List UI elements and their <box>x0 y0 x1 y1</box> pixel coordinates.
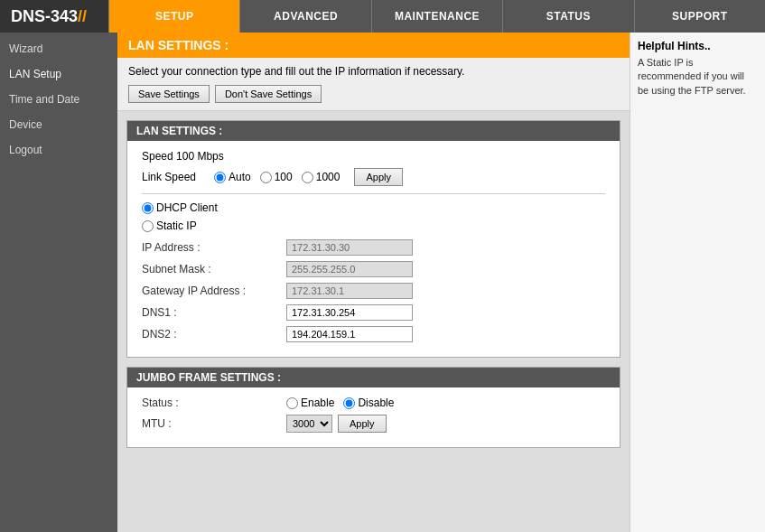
helpful-hints-text: A Static IP is recommended if you will b… <box>638 56 758 98</box>
sidebar-item-wizard[interactable]: Wizard <box>0 36 117 61</box>
link-speed-auto-label: Auto <box>229 171 251 183</box>
dns1-field[interactable] <box>286 304 413 321</box>
link-speed-100-label: 100 <box>275 171 293 183</box>
ip-address-field[interactable] <box>286 239 413 256</box>
enable-radio[interactable] <box>286 397 298 409</box>
logo-text: DNS-343 <box>11 7 78 26</box>
dhcp-client-option[interactable]: DHCP Client <box>142 201 218 214</box>
dont-save-settings-button[interactable]: Don't Save Settings <box>215 85 322 103</box>
sidebar-item-lan-setup[interactable]: LAN Setup <box>0 61 117 87</box>
subnet-mask-field[interactable] <box>286 261 413 277</box>
link-speed-label: Link Speed <box>142 171 214 183</box>
divider <box>142 193 605 194</box>
static-ip-option[interactable]: Static IP <box>142 219 197 232</box>
mtu-select[interactable]: 3000 4000 7000 9000 <box>286 415 332 433</box>
enable-label: Enable <box>301 397 334 409</box>
intro-section: Select your connection type and fill out… <box>117 58 630 111</box>
save-settings-button[interactable]: Save Settings <box>128 85 210 103</box>
link-speed-100-radio[interactable] <box>260 172 272 183</box>
link-speed-1000-option[interactable]: 1000 <box>302 171 341 183</box>
tab-status[interactable]: STATUS <box>502 0 633 33</box>
sidebar-item-device[interactable]: Device <box>0 112 117 137</box>
helpful-hints-title: Helpful Hints.. <box>638 40 758 52</box>
disable-radio[interactable] <box>343 397 355 409</box>
disable-label: Disable <box>358 397 394 409</box>
tab-advanced[interactable]: ADVANCED <box>239 0 370 33</box>
link-speed-1000-label: 1000 <box>316 171 341 183</box>
static-ip-label: Static IP <box>156 219 197 232</box>
tab-setup[interactable]: SETUP <box>108 0 239 33</box>
sidebar-item-time-date[interactable]: Time and Date <box>0 87 117 112</box>
dns2-label: DNS2 : <box>142 328 286 341</box>
status-label: Status : <box>142 397 286 409</box>
dhcp-client-radio[interactable] <box>142 202 154 214</box>
jumbo-apply-button[interactable]: Apply <box>338 415 387 433</box>
gateway-label: Gateway IP Address : <box>142 285 286 297</box>
disable-option[interactable]: Disable <box>343 397 394 409</box>
main-content: LAN SETTINGS : Select your connection ty… <box>117 33 630 532</box>
link-speed-auto-radio[interactable] <box>214 172 226 183</box>
dns2-field[interactable] <box>286 326 413 342</box>
logo-slash: // <box>78 7 87 26</box>
sidebar-item-logout[interactable]: Logout <box>0 137 117 163</box>
lan-settings-page-header: LAN SETTINGS : <box>117 33 630 58</box>
subnet-mask-label: Subnet Mask : <box>142 263 286 275</box>
ip-address-label: IP Address : <box>142 241 286 254</box>
link-speed-apply-button[interactable]: Apply <box>354 168 403 186</box>
logo: DNS-343 // <box>0 0 108 33</box>
gateway-field[interactable] <box>286 283 413 299</box>
dhcp-client-label: DHCP Client <box>156 201 218 214</box>
speed-text: Speed 100 Mbps <box>142 150 605 163</box>
sidebar: Wizard LAN Setup Time and Date Device Lo… <box>0 33 117 532</box>
mtu-label: MTU : <box>142 417 286 430</box>
lan-section-header: LAN SETTINGS : <box>127 121 620 141</box>
jumbo-section-header: JUMBO FRAME SETTINGS : <box>127 368 620 387</box>
nav-tabs: SETUP ADVANCED MAINTENANCE STATUS SUPPOR… <box>108 0 765 33</box>
link-speed-100-option[interactable]: 100 <box>260 171 293 183</box>
enable-option[interactable]: Enable <box>286 397 334 409</box>
link-speed-1000-radio[interactable] <box>302 172 313 183</box>
tab-maintenance[interactable]: MAINTENANCE <box>371 0 502 33</box>
helpful-hints-panel: Helpful Hints.. A Static IP is recommend… <box>630 33 765 532</box>
intro-text: Select your connection type and fill out… <box>128 65 619 78</box>
jumbo-frame-section: JUMBO FRAME SETTINGS : Status : Enable D… <box>126 367 620 448</box>
lan-settings-section: LAN SETTINGS : Speed 100 Mbps Link Speed… <box>126 120 620 358</box>
link-speed-auto-option[interactable]: Auto <box>214 171 251 183</box>
static-ip-radio[interactable] <box>142 220 154 232</box>
tab-support[interactable]: SUPPORT <box>634 0 765 33</box>
dns1-label: DNS1 : <box>142 306 286 319</box>
